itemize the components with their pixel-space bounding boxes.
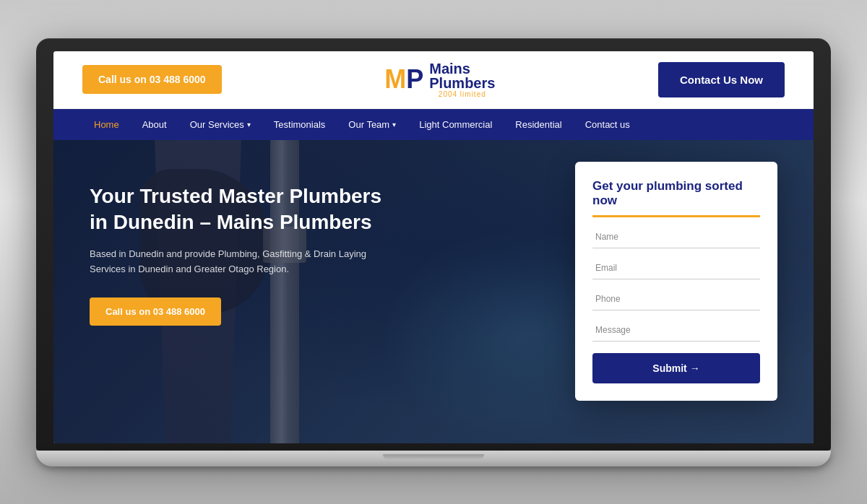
navigation: Home About Our Services ▾ Testimonials O… xyxy=(53,109,814,140)
nav-item-testimonials[interactable]: Testimonials xyxy=(262,109,337,140)
logo-text: Mains Plumbers 2004 limited xyxy=(429,61,495,98)
nav-residential-label: Residential xyxy=(515,119,561,130)
nav-home-label: Home xyxy=(94,119,119,130)
header: Call us on 03 488 6000 MP Mains Plumbers… xyxy=(53,51,814,109)
name-input[interactable] xyxy=(592,226,760,248)
nav-light-commercial-label: Light Commercial xyxy=(419,119,492,130)
nav-item-about[interactable]: About xyxy=(131,109,178,140)
logo: MP Mains Plumbers 2004 limited xyxy=(384,61,495,98)
chevron-down-icon: ▾ xyxy=(247,121,251,129)
logo-year: 2004 limited xyxy=(429,90,495,98)
laptop-shell: Call us on 03 488 6000 MP Mains Plumbers… xyxy=(36,38,831,466)
logo-mp-text: MP xyxy=(384,66,423,92)
hero-section: Your Trusted Master Plumbers in Dunedin … xyxy=(53,140,814,443)
hero-subtitle: Based in Dunedin and provide Plumbing, G… xyxy=(90,247,393,277)
nav-item-residential[interactable]: Residential xyxy=(504,109,573,140)
nav-item-our-team[interactable]: Our Team ▾ xyxy=(337,109,407,140)
nav-item-home[interactable]: Home xyxy=(82,109,131,140)
submit-button[interactable]: Submit → xyxy=(592,353,760,383)
nav-our-team-label: Our Team xyxy=(348,119,389,130)
nav-item-light-commercial[interactable]: Light Commercial xyxy=(407,109,504,140)
hero-content: Your Trusted Master Plumbers in Dunedin … xyxy=(53,140,429,326)
screen-bezel: Call us on 03 488 6000 MP Mains Plumbers… xyxy=(36,38,831,451)
laptop-base xyxy=(36,451,831,466)
logo-plumbers: Plumbers xyxy=(429,76,495,90)
contact-us-now-button[interactable]: Contact Us Now xyxy=(658,62,785,97)
nav-our-services-label: Our Services xyxy=(190,119,244,130)
hero-call-button[interactable]: Call us on 03 488 6000 xyxy=(90,297,221,326)
email-input[interactable] xyxy=(592,257,760,279)
nav-contact-label: Contact us xyxy=(585,119,630,130)
nav-item-our-services[interactable]: Our Services ▾ xyxy=(178,109,262,140)
phone-input[interactable] xyxy=(592,288,760,310)
website: Call us on 03 488 6000 MP Mains Plumbers… xyxy=(53,51,814,443)
header-call-button[interactable]: Call us on 03 488 6000 xyxy=(82,65,222,94)
logo-mains: Mains xyxy=(429,61,495,76)
laptop-notch xyxy=(383,454,484,460)
screen: Call us on 03 488 6000 MP Mains Plumbers… xyxy=(53,51,814,443)
form-title: Get your plumbing sorted now xyxy=(592,179,760,217)
hero-title: Your Trusted Master Plumbers in Dunedin … xyxy=(90,183,393,236)
logo-icon: MP Mains Plumbers 2004 limited xyxy=(384,61,495,98)
chevron-down-icon-2: ▾ xyxy=(392,121,396,129)
contact-form-card: Get your plumbing sorted now Submit → xyxy=(575,162,777,401)
nav-testimonials-label: Testimonials xyxy=(274,119,326,130)
nav-about-label: About xyxy=(142,119,167,130)
nav-item-contact[interactable]: Contact us xyxy=(574,109,642,140)
message-input[interactable] xyxy=(592,319,760,342)
